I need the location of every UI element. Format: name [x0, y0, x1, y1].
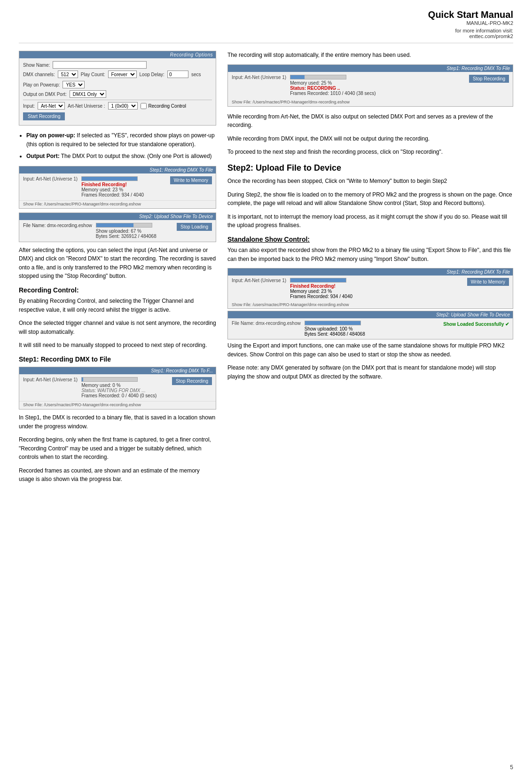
recording-options-box: Recording Options Show Name: DMX channel… — [19, 51, 216, 126]
step1-waiting-footer: Show File: /Users/mactec/PRO-Manager/dmx… — [19, 401, 216, 409]
right-rec-footer: Show File: /Users/mactec/PRO-Manager/dmx… — [228, 99, 513, 106]
step1-waiting-frames: Frames Recorded: 0 / 4040 (0 secs) — [81, 393, 166, 398]
step1-waiting-progress-outer — [81, 377, 138, 382]
right-rec-frames: Frames Recorded: 1010 / 4040 (38 secs) — [290, 91, 465, 96]
right-rec-middle: Memory used: 25 % Status: RECORDING .. F… — [290, 75, 465, 96]
right-column: The recording will stop automatically, i… — [227, 51, 513, 488]
show-name-row: Show Name: — [23, 61, 212, 69]
right-para2: Using the Export and import functions, o… — [227, 341, 513, 359]
standalone-box2-progress-label: Show uploaded: 100 % — [305, 326, 440, 331]
play-count-label: Play Count: — [81, 72, 105, 77]
output-dmx-select[interactable]: DMX1 Only — [70, 90, 106, 98]
step1-section-heading: Step1: Recording DMX to File — [19, 355, 216, 363]
recording-options-title: Recording Options — [19, 51, 216, 58]
standalone-box2-progress-inner — [305, 321, 360, 325]
bullet-item-1: Play on power-up: If selected as "YES", … — [26, 131, 216, 149]
right-rec-btn-area: Stop Recording — [469, 75, 509, 83]
standalone-box2-progress-area: Show uploaded: 100 % Bytes Sent: 484068 … — [305, 321, 440, 337]
loop-delay-label: Loop Delay: — [140, 72, 164, 77]
step1-waiting-status: Memory used: 0 % Status: WAITING FOR DMX… — [81, 377, 166, 398]
standalone-box1-btn-area: Write to Memory — [467, 278, 509, 286]
standalone-heading: Standalone Show Control: — [227, 236, 513, 243]
right-para3: Please note: any DMX generated by softwa… — [227, 363, 513, 381]
dmx-channels-row: DMX channels: 512 Play Count: Forever Lo… — [23, 71, 212, 88]
standalone-box2: Step2: Upload Show File To Device File N… — [227, 311, 513, 339]
bullet-term-1: Play on power-up: — [26, 132, 75, 139]
step1-waiting-status-text: Status: WAITING FOR DMX ... — [81, 388, 166, 393]
left-step2-filename: File Name: dmx-recording.eshow — [23, 223, 92, 228]
loop-delay-input[interactable] — [167, 71, 188, 78]
write-to-memory-button-left[interactable]: Write to Memory — [170, 176, 212, 184]
standalone-box1-progress-inner — [290, 278, 346, 282]
standalone-box2-content: File Name: dmx-recording.eshow Show uplo… — [228, 318, 513, 339]
play-count-select[interactable]: Forever — [108, 71, 137, 78]
left-step2-progress-area: Show uploaded: 67 % Bytes Sent: 326912 /… — [96, 223, 173, 239]
left-column: Recording Options Show Name: DMX channel… — [19, 51, 216, 488]
input-label: Input: — [23, 103, 35, 109]
step1-waiting-box: Step1: Recording DMX To F... Input: Art-… — [19, 367, 216, 410]
step1-waiting-input-label: Input: Art-Net (Universe 1) — [23, 377, 78, 382]
left-step2-btn-area: Stop Loading — [177, 223, 212, 231]
left-step1-finished-box: Step1: Recording DMX To File Input: Art-… — [19, 166, 216, 209]
right-rec-progress-outer — [290, 75, 346, 79]
step1-waiting-btn-area: Stop Recording — [170, 377, 212, 385]
write-to-memory-button-standalone[interactable]: Write to Memory — [467, 278, 509, 286]
standalone-box1-content: Input: Art-Net (Universe 1) Finished Rec… — [228, 276, 513, 301]
standalone-box1-line3: Frames Recorded: 934 / 4040 — [290, 294, 463, 299]
recording-control-checkbox[interactable] — [141, 103, 147, 109]
left-step2-box: Step2: Upload Show File To Device File N… — [19, 213, 216, 242]
proceed-para: To proceed to the next step and finish t… — [227, 148, 513, 157]
step1-para2: Recording begins, only when the first fr… — [19, 435, 216, 462]
after-options-para: After selecting the options, you can sel… — [19, 246, 216, 281]
bullet-term-2: Output Port: — [26, 153, 60, 159]
right-rec-progress-inner — [290, 75, 305, 79]
recording-control-para3: It will still need to be manually stoppe… — [19, 341, 216, 350]
art-net-universe-label: Art-Net Universe : — [68, 103, 105, 109]
stop-recording-button-right[interactable]: Stop Recording — [469, 75, 509, 83]
bullet-text-2: The DMX Port to output the show. (Only o… — [61, 153, 212, 159]
standalone-box2-filename: File Name: dmx-recording.eshow — [232, 321, 301, 326]
standalone-box1-status: Finished Recording! Memory used: 23 % Fr… — [290, 278, 463, 299]
step2-heading: Step2: Upload File to Device — [227, 163, 513, 173]
play-powerup-select[interactable]: YES — [63, 81, 85, 88]
header-info: for more information visit: enttec.com/p… — [19, 28, 513, 39]
play-powerup-label: Play on Powerup: — [23, 82, 60, 87]
standalone-box1-footer: Show File: /users/mactec/PRO-Manager/dmx… — [228, 301, 513, 308]
stop-loading-button[interactable]: Stop Loading — [177, 223, 212, 231]
step2-progress-label: Show uploaded: 67 % — [96, 228, 173, 234]
left-step1-status: Finished Recording! Memory used: 23 % Fr… — [81, 176, 166, 197]
right-rec-title: Step1: Recording DMX To File — [228, 65, 513, 72]
standalone-box1-line1: Finished Recording! — [290, 284, 463, 289]
input-select[interactable]: Art-Net — [38, 102, 65, 110]
art-net-universe-select[interactable]: 1 (0x00) — [108, 102, 138, 110]
recording-control-para1: By enabling Recording Control, and selec… — [19, 297, 216, 314]
output-dmx-row: Output on DMX Port: DMX1 Only — [23, 90, 212, 98]
step1-para3: Recorded frames as counted, are shown an… — [19, 466, 216, 484]
step1-progress-bar-outer — [81, 176, 138, 181]
main-content: Recording Options Show Name: DMX channel… — [19, 51, 513, 488]
manual-title: Quick Start Manual — [19, 9, 513, 20]
output-dmx-label: Output on DMX Port: — [23, 92, 67, 97]
standalone-para1: You can also export the recorded show fr… — [227, 246, 513, 263]
standalone-box2-progress-outer — [305, 321, 361, 325]
standalone-box1-progress-outer — [290, 278, 346, 283]
recording-control-checkbox-label[interactable]: Recording Control — [141, 103, 187, 109]
step1-para1: In Step1, the DMX is recorded to a binar… — [19, 413, 216, 431]
loop-delay-unit: secs — [191, 72, 201, 77]
left-step1-input-label: Input: Art-Net (Universe 1) — [23, 176, 78, 181]
bullet-list: Play on power-up: If selected as "YES", … — [26, 131, 216, 161]
stop-recording-button-left[interactable]: Stop Recording — [172, 377, 212, 385]
step2-para1: Once the recording has been stopped, Cli… — [227, 177, 513, 186]
step2-para2: During Step2, the show file is loaded on… — [227, 190, 513, 208]
left-step1-finished-title: Step1: Recording DMX To File — [19, 166, 216, 173]
step1-waiting-progress-inner — [82, 378, 83, 381]
show-name-input[interactable] — [53, 61, 147, 69]
step2-bytes-label: Bytes Sent: 326912 / 484068 — [96, 234, 173, 239]
dmx-channels-select[interactable]: 512 — [58, 71, 78, 78]
step2-progress-bar-outer — [96, 223, 152, 228]
start-recording-button[interactable]: Start Recording — [23, 112, 65, 120]
standalone-box1-line2: Memory used: 23 % — [290, 289, 463, 294]
left-step1-footer: Show File: /Users/mactec/PRO-Manager/dmx… — [19, 200, 216, 208]
step1-status-line1: Finished Recording! — [81, 182, 166, 187]
right-rec-status: Status: RECORDING .. — [290, 86, 465, 91]
